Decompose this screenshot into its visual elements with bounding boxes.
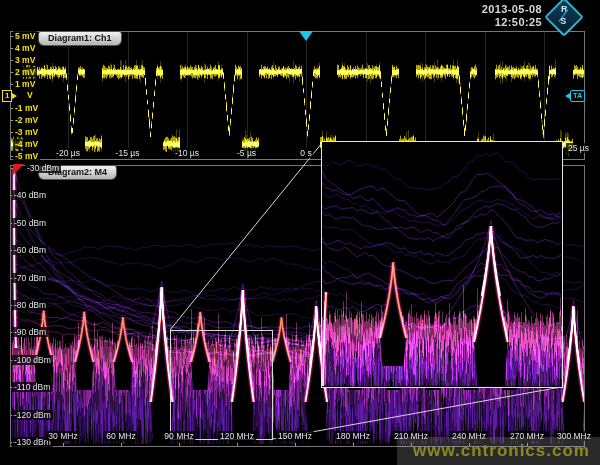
axis-tick-label: 150 MHz <box>276 431 314 441</box>
axis-tick-label: -80 dBm <box>12 300 48 310</box>
channel1-unit-label: V <box>27 90 33 100</box>
date-label: 2013-05-08 <box>482 3 542 16</box>
axis-tick-label: 3 mV <box>13 55 37 65</box>
datetime-display: 2013-05-08 12:50:25 <box>482 3 542 29</box>
axis-tick-label: -120 dBm <box>12 410 53 420</box>
axis-tick-label: -70 dBm <box>12 273 48 283</box>
axis-tick-label: 2 mV <box>13 67 37 77</box>
axis-tick-label: -60 dBm <box>12 245 48 255</box>
axis-tick-label: -100 dBm <box>12 355 53 365</box>
reference-level-marker[interactable] <box>13 164 24 175</box>
axis-tick-label: 30 MHz <box>46 431 79 441</box>
axis-tick-label: -4 mV <box>13 139 40 149</box>
axis-tick-label: -3 mV <box>13 127 40 137</box>
oscilloscope-screen: 2013-05-08 12:50:25 RS Diagram1: Ch1 Dia… <box>0 0 600 465</box>
trigger-position-marker[interactable] <box>299 31 313 41</box>
axis-tick-label: 60 MHz <box>104 431 137 441</box>
axis-tick-label: -2 mV <box>13 115 40 125</box>
axis-tick-label: 0 s <box>298 148 313 158</box>
time-label: 12:50:25 <box>482 16 542 29</box>
trigger-level-marker[interactable]: TA <box>570 90 585 102</box>
axis-tick-label: -5 µs <box>235 148 258 158</box>
channel1-offset-marker[interactable]: 1 <box>2 90 12 102</box>
zoom-inset-canvas <box>322 142 562 387</box>
axis-tick-label: -30 dBm <box>25 163 61 173</box>
axis-tick-label: 120 MHz <box>218 431 256 441</box>
axis-tick-label: -5 mV <box>13 151 40 161</box>
axis-tick-label: -110 dBm <box>12 382 52 392</box>
axis-tick-label: -20 µs <box>54 148 82 158</box>
axis-tick-label: 5 mV <box>13 31 37 41</box>
axis-tick-label: 90 MHz <box>162 431 195 441</box>
axis-tick-label: 1 mV <box>13 79 37 89</box>
zoom-inset-window[interactable] <box>321 141 563 388</box>
axis-tick-label: -10 µs <box>173 148 201 158</box>
axis-tick-label: 180 MHz <box>334 431 372 441</box>
zoom-source-region[interactable] <box>170 330 273 440</box>
tab-diagram1[interactable]: Diagram1: Ch1 <box>38 31 122 46</box>
axis-tick-label: -40 dBm <box>12 190 48 200</box>
axis-tick-label: -15 µs <box>114 148 142 158</box>
axis-tick-label: -50 dBm <box>12 218 48 228</box>
axis-tick-label: 4 mV <box>13 43 37 53</box>
axis-tick-label: -90 dBm <box>12 327 48 337</box>
watermark-text: www.cntronics.com <box>413 441 590 461</box>
axis-tick-label: -1 mV <box>13 103 40 113</box>
axis-tick-label: 25 µs <box>566 143 591 153</box>
